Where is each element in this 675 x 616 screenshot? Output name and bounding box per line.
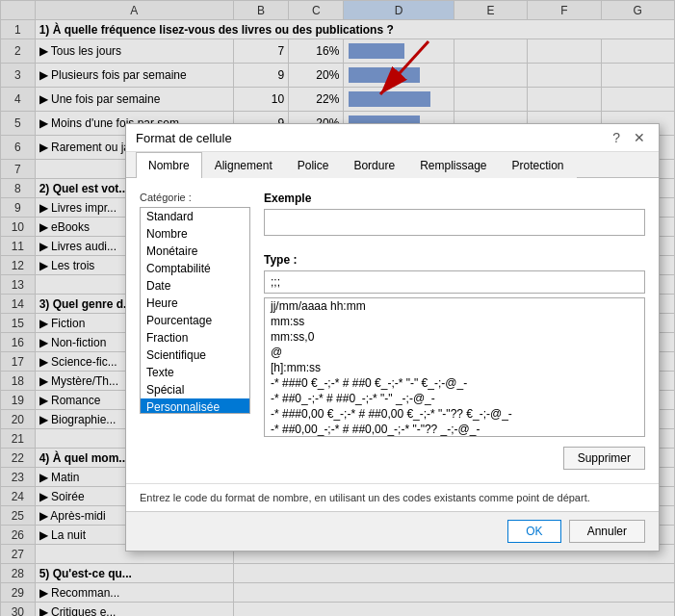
category-list[interactable]: Standard Nombre Monétaire Comptabilité D… [140, 207, 250, 414]
ok-button[interactable]: OK [507, 520, 560, 543]
category-date[interactable]: Date [141, 277, 249, 295]
category-scientifique[interactable]: Scientifique [141, 346, 249, 364]
format-item-6[interactable]: -* ##0_-;-* # ##0_-;-* "-" _-;-@_- [265, 391, 644, 406]
tab-alignement[interactable]: Alignement [202, 152, 285, 178]
dialog-tabs: Nombre Alignement Police Bordure Remplis… [126, 152, 659, 178]
category-texte[interactable]: Texte [141, 364, 249, 381]
format-item-0[interactable]: jj/mm/aaaa hh:mm [265, 298, 644, 314]
category-personnalisee[interactable]: Personnalisée [141, 398, 249, 414]
type-label: Type : [264, 253, 645, 267]
dialog-info: Entrez le code du format de nombre, en u… [126, 483, 659, 511]
category-panel: Catégorie : Standard Nombre Monétaire Co… [140, 192, 250, 470]
format-cell-dialog: Format de cellule ? ✕ Nombre Alignement … [125, 123, 660, 552]
example-label: Exemple [264, 192, 645, 205]
category-comptabilite[interactable]: Comptabilité [141, 260, 249, 277]
category-nombre[interactable]: Nombre [141, 225, 249, 243]
format-item-4[interactable]: [h]:mm:ss [265, 360, 644, 375]
category-special[interactable]: Spécial [141, 381, 249, 398]
format-item-1[interactable]: mm:ss [265, 314, 644, 329]
example-box [264, 209, 645, 236]
dialog-body: Catégorie : Standard Nombre Monétaire Co… [126, 178, 659, 483]
type-section: Type : [264, 245, 645, 294]
tab-bordure[interactable]: Bordure [341, 152, 407, 178]
category-pourcentage[interactable]: Pourcentage [141, 312, 249, 329]
format-item-5[interactable]: -* ###0 €_-;-* # ##0 €_-;-* "-" €_-;-@_- [265, 375, 644, 391]
close-button[interactable]: ✕ [630, 130, 649, 145]
delete-button[interactable]: Supprimer [563, 447, 645, 470]
format-item-7[interactable]: -* ###0,00 €_-;-* # ##0,00 €_-;-* "-"?? … [265, 406, 644, 422]
info-text: Entrez le code du format de nombre, en u… [140, 492, 590, 503]
tab-remplissage[interactable]: Remplissage [407, 152, 499, 178]
format-item-3[interactable]: @ [265, 345, 644, 360]
dialog-titlebar: Format de cellule ? ✕ [126, 124, 659, 152]
format-item-2[interactable]: mm:ss,0 [265, 329, 644, 345]
format-list[interactable]: jj/mm/aaaa hh:mm mm:ss mm:ss,0 @ [h]:mm:… [264, 297, 645, 437]
tab-protection[interactable]: Protection [500, 152, 577, 178]
category-fraction[interactable]: Fraction [141, 329, 249, 346]
cancel-button[interactable]: Annuler [569, 520, 645, 543]
example-section: Exemple [264, 192, 645, 236]
format-item-8[interactable]: -* ##0,00_-;-* # ##0,00_-;-* "-"?? _-;-@… [265, 422, 644, 437]
category-monetaire[interactable]: Monétaire [141, 243, 249, 260]
category-label: Catégorie : [140, 192, 250, 203]
dialog-titlebar-controls: ? ✕ [609, 130, 649, 145]
tab-nombre[interactable]: Nombre [136, 152, 202, 178]
dialog-footer: OK Annuler [126, 511, 659, 551]
help-button[interactable]: ? [609, 130, 624, 145]
dialog-title: Format de cellule [136, 131, 232, 145]
tab-police[interactable]: Police [285, 152, 342, 178]
category-heure[interactable]: Heure [141, 295, 249, 312]
type-input[interactable] [264, 270, 645, 294]
category-standard[interactable]: Standard [141, 208, 249, 225]
format-panel: Exemple Type : jj/mm/aaaa hh:mm mm:ss mm… [264, 192, 645, 470]
